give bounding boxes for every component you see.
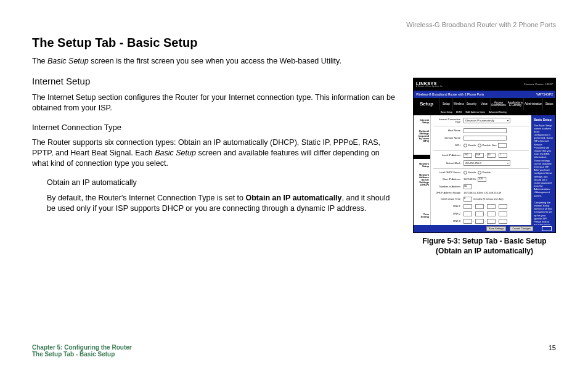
radio-mtu-enable[interactable] xyxy=(463,144,467,147)
select-ict[interactable]: Obtain an IP automatically xyxy=(463,118,510,123)
input-host[interactable] xyxy=(463,128,507,133)
footer-chapter: Chapter 5: Configuring the Router xyxy=(32,344,556,351)
d2b[interactable] xyxy=(475,211,484,216)
input-domain[interactable] xyxy=(463,136,507,141)
heading-obtain-ip: Obtain an IP automatically xyxy=(47,178,396,188)
cancel-button[interactable]: Cancel Changes xyxy=(510,226,533,231)
lab-dhcp: Local DHCP Server xyxy=(433,171,462,174)
tab-setup[interactable]: Setup xyxy=(439,98,452,110)
firmware-label: Firmware Version: 1.00.37 xyxy=(524,83,553,86)
caption-l2: (Obtain an IP automatically) xyxy=(436,247,533,255)
left-internet-setup: Internet Setup xyxy=(414,115,430,125)
tab-voice[interactable]: Voice xyxy=(478,98,491,110)
tab-apps[interactable]: Applications & Gaming xyxy=(507,98,523,110)
lab-dns2: DNS 2 xyxy=(433,213,462,215)
select-subnet[interactable]: 255.255.255.0 xyxy=(463,160,510,166)
input-startip[interactable]: 100 xyxy=(478,177,486,182)
range-val: 192.168.15.100 to 192.168.15.149 xyxy=(463,192,501,194)
left-optional: Optional Settings (required by some ISPs… xyxy=(414,126,430,144)
tab-wireless[interactable]: Wireless xyxy=(452,98,465,110)
input-numaddr[interactable]: 50 xyxy=(463,184,472,189)
radio-mtu-disable[interactable] xyxy=(478,144,481,147)
cisco-logo-icon xyxy=(542,226,552,231)
intro-paragraph: The Basic Setup screen is the first scre… xyxy=(32,56,396,67)
d2a[interactable] xyxy=(463,211,472,216)
d1b[interactable] xyxy=(475,204,484,209)
lab-localip: Local IP Address xyxy=(433,154,462,157)
left-network-setup: Network Setup xyxy=(414,159,430,169)
d3a[interactable] xyxy=(463,219,472,224)
d1c[interactable] xyxy=(487,204,496,209)
d1d[interactable] xyxy=(499,204,507,209)
input-mtu-size[interactable] xyxy=(498,143,507,148)
heading-connection-type: Internet Connection Type xyxy=(32,122,396,133)
figure-caption: Figure 5-3: Setup Tab - Basic Setup (Obt… xyxy=(413,237,556,256)
d3b[interactable] xyxy=(475,219,484,224)
lab-mtu: MTU xyxy=(433,144,462,147)
ob-pre: By default, the Router's Internet Connec… xyxy=(47,194,245,202)
lease-unit: minutes (0 means one day) xyxy=(473,198,503,200)
subtab-mac[interactable]: MAC Address Clone xyxy=(466,112,486,114)
tab-admin[interactable]: Administration xyxy=(523,98,543,110)
intro-pre: The xyxy=(32,57,47,65)
para-obtain-ip: By default, the Router's Internet Connec… xyxy=(47,193,396,214)
tab-access[interactable]: Access Restrictions xyxy=(490,98,507,110)
tab-security[interactable]: Security xyxy=(465,98,478,110)
lab-range: DHCP Address Range xyxy=(433,192,462,194)
txt-disable: Disable xyxy=(483,144,491,147)
product-header: Wireless-G Broadband Router with 2 Phone… xyxy=(406,21,556,28)
d2d[interactable] xyxy=(499,211,507,216)
lab-ict: Internet Connection Type xyxy=(433,118,462,123)
left-dhcp: Network Address Server Settings (DHCP) xyxy=(414,170,430,187)
heading-internet-setup: Internet Setup xyxy=(32,75,396,88)
lab-domain: Domain Name xyxy=(433,137,462,139)
txt-dis2: Disable xyxy=(483,171,491,174)
bluebar-model: WRT54GP2 xyxy=(536,93,553,96)
d3d[interactable] xyxy=(499,219,507,224)
lab-subnet: Subnet Mask xyxy=(433,162,462,165)
lab-numaddr: Number of Address xyxy=(433,186,462,188)
help-title: Basic Setup xyxy=(534,118,553,122)
radio-dhcp-dis[interactable] xyxy=(478,171,481,174)
lab-dns1: DNS 1 xyxy=(433,205,462,208)
router-ui-screenshot: LINKSYS A Division of Cisco Systems, Inc… xyxy=(413,78,556,233)
page-number: 15 xyxy=(549,344,556,351)
bluebar-title: Wireless-G Broadband Router with 2 Phone… xyxy=(416,93,484,96)
intro-post: screen is the first screen you see when … xyxy=(89,57,341,65)
d3c[interactable] xyxy=(487,219,496,224)
subtab-ddns[interactable]: DDNS xyxy=(456,112,462,114)
page-footer: Chapter 5: Configuring the Router The Se… xyxy=(32,344,556,358)
input-lease[interactable]: 0 xyxy=(463,197,472,202)
lab-lease: Client Lease Time xyxy=(433,198,462,200)
page-title: The Setup Tab - Basic Setup xyxy=(32,36,556,50)
lab-dns3: DNS 3 xyxy=(433,220,462,223)
d2c[interactable] xyxy=(487,211,496,216)
subtab-basic[interactable]: Basic Setup xyxy=(441,112,452,114)
setup-heading: Setup xyxy=(414,98,439,110)
ct-italic: Basic Setup xyxy=(155,149,196,157)
left-divider xyxy=(414,155,430,159)
para-internet-setup: The Internet Setup section configures th… xyxy=(32,92,396,113)
ip3[interactable]: 15 xyxy=(487,153,496,158)
ip4[interactable]: 1 xyxy=(499,153,507,158)
figure-basic-setup: LINKSYS A Division of Cisco Systems, Inc… xyxy=(413,78,556,256)
d1a[interactable] xyxy=(463,204,472,209)
caption-l1: Figure 5-3: Setup Tab - Basic Setup xyxy=(422,237,546,245)
txt-enable: Enable xyxy=(468,144,476,147)
ip1[interactable]: 192 xyxy=(463,153,472,158)
subtab-adv[interactable]: Advanced Routing xyxy=(489,112,507,114)
footer-section: The Setup Tab - Basic Setup xyxy=(32,351,556,358)
radio-dhcp-en[interactable] xyxy=(463,171,467,174)
lab-mtu-size: Size xyxy=(492,144,497,147)
tab-status[interactable]: Status xyxy=(542,98,555,110)
lab-startip: Start IP Address xyxy=(433,178,462,181)
save-button[interactable]: Save Settings xyxy=(486,226,507,231)
para-connection-type: The Router supports six connection types… xyxy=(32,137,396,169)
select-ict-value: Obtain an IP automatically xyxy=(465,120,494,122)
intro-italic: Basic Setup xyxy=(47,57,89,65)
left-time: Time Setting xyxy=(414,210,430,219)
lab-host: Host Name xyxy=(433,129,462,132)
ob-bold: Obtain an IP automatically xyxy=(245,194,341,202)
startip-pre: 192.168.15. xyxy=(463,178,476,181)
ip2[interactable]: 168 xyxy=(475,153,484,158)
